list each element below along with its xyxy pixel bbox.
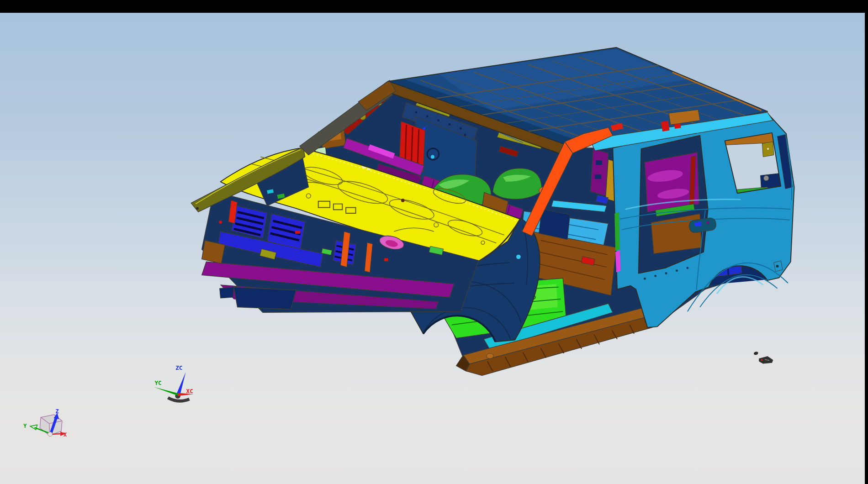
csys-y-label: Y: [23, 423, 26, 429]
csys-z-label: Z: [55, 408, 58, 415]
air-dam-step[interactable]: [220, 287, 234, 298]
tab-hole: [776, 265, 779, 268]
bpillar-purple-trim[interactable]: [591, 149, 609, 196]
small-part-red-dot: [761, 359, 762, 361]
trim-cutout: [596, 160, 602, 165]
rail-red-strip[interactable]: [661, 121, 670, 132]
wheelhouse-gray-part[interactable]: [763, 175, 769, 181]
wcs-z-label: ZC: [175, 364, 182, 371]
wcs-z-axis[interactable]: [176, 372, 185, 395]
detached-small-parts[interactable]: [753, 351, 773, 363]
csys-y-tip: [30, 425, 37, 430]
model-scene: ZC YC XC Z Y X: [0, 13, 865, 484]
wcs-y-axis[interactable]: [154, 387, 179, 396]
rear-door-opening-interior[interactable]: [645, 153, 702, 254]
bpillar-green-stripe[interactable]: [614, 212, 620, 251]
trim-cutout: [595, 174, 601, 179]
fender-teal-dot: [516, 255, 521, 259]
dash-cyan-dot: [431, 155, 434, 159]
fender-red-dot: [219, 221, 222, 224]
air-dam-navy[interactable]: [234, 287, 296, 310]
wcs-y-label: YC: [154, 379, 161, 386]
bpillar-magenta-stripe[interactable]: [615, 250, 621, 273]
wcs-x-label: XC: [186, 388, 193, 395]
red-bit: [295, 231, 300, 234]
copper-corner-patch[interactable]: [202, 240, 225, 263]
bracket-hole: [767, 148, 769, 150]
blue-fastener-dot: [423, 127, 426, 130]
fender-dark-dot: [196, 207, 199, 210]
board-copper-knob[interactable]: [487, 353, 494, 359]
csys-x-axis: [52, 434, 60, 434]
hood-dark-dot: [401, 199, 405, 202]
wcs-triad[interactable]: ZC YC XC: [154, 364, 194, 401]
window-title-bar: [0, 0, 868, 13]
cad-application-window: ZC YC XC Z Y X: [0, 0, 868, 484]
small-part-dot[interactable]: [753, 351, 758, 355]
3d-graphics-viewport[interactable]: ZC YC XC Z Y X: [0, 13, 865, 484]
absolute-csys-indicator: Z Y X: [23, 408, 67, 438]
window-right-edge-bar: [865, 0, 868, 484]
csys-x-label: X: [64, 431, 67, 438]
csys-origin-sphere: [48, 432, 53, 437]
car-body-model[interactable]: [191, 47, 794, 376]
red-bit: [384, 258, 388, 261]
